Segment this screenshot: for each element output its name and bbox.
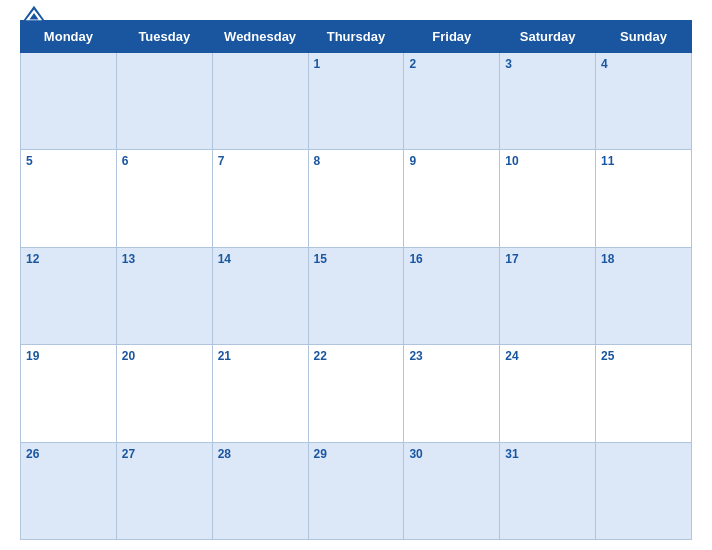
weekday-header: Saturday	[500, 21, 596, 53]
logo	[20, 4, 51, 24]
day-number: 24	[505, 349, 518, 363]
calendar-day-cell: 20	[116, 345, 212, 442]
calendar-day-cell: 17	[500, 247, 596, 344]
calendar-day-cell: 29	[308, 442, 404, 539]
calendar-day-cell: 27	[116, 442, 212, 539]
calendar-day-cell: 23	[404, 345, 500, 442]
day-number: 28	[218, 447, 231, 461]
calendar-day-cell: 5	[21, 150, 117, 247]
calendar-day-cell: 10	[500, 150, 596, 247]
day-number: 11	[601, 154, 614, 168]
calendar-day-cell: 25	[596, 345, 692, 442]
day-number: 8	[314, 154, 321, 168]
calendar-day-cell: 4	[596, 53, 692, 150]
day-number: 30	[409, 447, 422, 461]
calendar-week-row: 19202122232425	[21, 345, 692, 442]
day-number: 6	[122, 154, 129, 168]
calendar-week-row: 262728293031	[21, 442, 692, 539]
calendar-week-row: 567891011	[21, 150, 692, 247]
calendar-day-cell: 2	[404, 53, 500, 150]
calendar-day-cell: 6	[116, 150, 212, 247]
calendar-day-cell	[596, 442, 692, 539]
day-number: 27	[122, 447, 135, 461]
calendar-day-cell: 13	[116, 247, 212, 344]
calendar-day-cell: 1	[308, 53, 404, 150]
day-number: 5	[26, 154, 33, 168]
day-number: 7	[218, 154, 225, 168]
weekday-header: Tuesday	[116, 21, 212, 53]
weekday-header: Friday	[404, 21, 500, 53]
day-number: 1	[314, 57, 321, 71]
calendar-day-cell: 22	[308, 345, 404, 442]
weekday-header: Thursday	[308, 21, 404, 53]
day-number: 17	[505, 252, 518, 266]
day-number: 20	[122, 349, 135, 363]
day-number: 26	[26, 447, 39, 461]
day-number: 13	[122, 252, 135, 266]
weekday-header: Monday	[21, 21, 117, 53]
day-number: 14	[218, 252, 231, 266]
calendar-day-cell: 19	[21, 345, 117, 442]
day-number: 4	[601, 57, 608, 71]
calendar-day-cell: 14	[212, 247, 308, 344]
day-number: 25	[601, 349, 614, 363]
calendar-week-row: 12131415161718	[21, 247, 692, 344]
calendar-day-cell: 7	[212, 150, 308, 247]
logo-icon	[20, 4, 48, 24]
day-number: 18	[601, 252, 614, 266]
calendar-day-cell: 26	[21, 442, 117, 539]
calendar-day-cell: 24	[500, 345, 596, 442]
day-number: 29	[314, 447, 327, 461]
calendar-day-cell: 31	[500, 442, 596, 539]
calendar-day-cell: 18	[596, 247, 692, 344]
day-number: 10	[505, 154, 518, 168]
calendar-day-cell	[212, 53, 308, 150]
calendar-day-cell	[116, 53, 212, 150]
calendar-day-cell: 3	[500, 53, 596, 150]
calendar-day-cell: 12	[21, 247, 117, 344]
day-number: 9	[409, 154, 416, 168]
calendar-day-cell: 16	[404, 247, 500, 344]
day-number: 31	[505, 447, 518, 461]
day-number: 21	[218, 349, 231, 363]
calendar-table: MondayTuesdayWednesdayThursdayFridaySatu…	[20, 20, 692, 540]
day-number: 19	[26, 349, 39, 363]
calendar-day-cell: 21	[212, 345, 308, 442]
calendar-day-cell: 15	[308, 247, 404, 344]
day-number: 3	[505, 57, 512, 71]
calendar-day-cell: 11	[596, 150, 692, 247]
day-number: 15	[314, 252, 327, 266]
calendar-day-cell: 8	[308, 150, 404, 247]
calendar-day-cell: 28	[212, 442, 308, 539]
day-number: 12	[26, 252, 39, 266]
calendar-day-cell: 9	[404, 150, 500, 247]
day-number: 2	[409, 57, 416, 71]
day-number: 23	[409, 349, 422, 363]
calendar-week-row: 1234	[21, 53, 692, 150]
day-number: 16	[409, 252, 422, 266]
weekday-header: Sunday	[596, 21, 692, 53]
calendar-day-cell: 30	[404, 442, 500, 539]
weekday-header: Wednesday	[212, 21, 308, 53]
day-number: 22	[314, 349, 327, 363]
calendar-header-row: MondayTuesdayWednesdayThursdayFridaySatu…	[21, 21, 692, 53]
calendar-day-cell	[21, 53, 117, 150]
